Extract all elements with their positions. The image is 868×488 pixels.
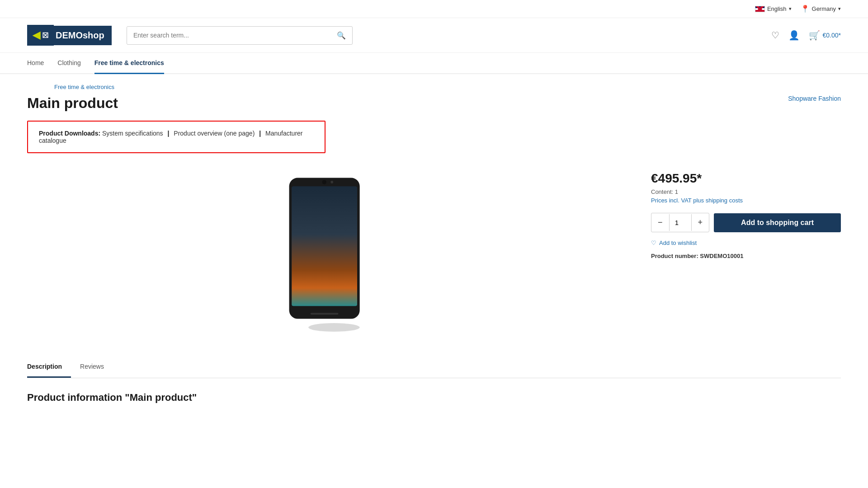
product-title: Main product [27, 95, 118, 112]
user-icon: 👤 [788, 30, 800, 41]
language-selector[interactable]: English ▾ [755, 5, 792, 12]
logo-text: DEMOshop [54, 26, 112, 45]
product-info-section: Product information "Main product" [27, 378, 841, 404]
downloads-box: Product Downloads: System specifications… [27, 121, 326, 153]
account-button[interactable]: 👤 [788, 30, 800, 41]
separator-1: | [168, 130, 170, 137]
tab-description[interactable]: Description [27, 357, 71, 378]
logo-icon: ◀ ☒ [27, 25, 54, 46]
cart-icon: 🛒 [809, 30, 820, 41]
add-to-wishlist-link[interactable]: ♡ Add to wishlist [651, 239, 841, 246]
tabs-section: Description Reviews [27, 357, 841, 378]
nav-item-clothing[interactable]: Clothing [57, 53, 80, 74]
heart-icon: ♡ [771, 30, 779, 41]
cart-total: €0.00* [823, 32, 841, 39]
breadcrumb: Free time & electronics [27, 74, 841, 95]
location-label: Germany [812, 5, 836, 12]
svg-rect-5 [311, 313, 338, 314]
quantity-control: − + [651, 213, 709, 232]
phone-svg [274, 174, 377, 332]
svg-rect-2 [292, 186, 357, 306]
qty-decrease-button[interactable]: − [651, 213, 669, 232]
language-chevron-icon: ▾ [789, 6, 792, 12]
product-price: €495.95* [651, 171, 841, 186]
nav-item-home[interactable]: Home [27, 53, 44, 74]
product-number: Product number: SWDEMO10001 [651, 253, 841, 259]
main-nav: Home Clothing Free time & electronics [0, 53, 868, 74]
search-input[interactable] [127, 27, 330, 43]
language-label: English [767, 5, 787, 12]
separator-2: | [259, 130, 261, 137]
cart-button[interactable]: 🛒 €0.00* [809, 30, 841, 41]
product-content: Content: 1 [651, 188, 841, 195]
tab-reviews[interactable]: Reviews [71, 357, 113, 378]
wishlist-button[interactable]: ♡ [771, 30, 779, 41]
product-number-label: Product number: [651, 253, 698, 259]
logo-arrow-icon: ◀ [33, 29, 40, 41]
search-button[interactable]: 🔍 [330, 27, 352, 44]
svg-point-6 [308, 323, 360, 332]
location-icon: 📍 [801, 5, 810, 13]
header-main: ◀ ☒ DEMOshop 🔍 ♡ 👤 🛒 €0.00* [0, 18, 868, 53]
svg-point-3 [322, 180, 326, 184]
header-top: English ▾ 📍 Germany ▾ [0, 0, 868, 18]
quantity-input[interactable] [669, 214, 692, 231]
qty-increase-button[interactable]: + [692, 213, 709, 232]
tabs-row: Description Reviews [27, 357, 841, 378]
product-main: €495.95* Content: 1 Prices incl. VAT plu… [27, 167, 841, 338]
flag-icon [755, 6, 765, 12]
vat-link[interactable]: Prices incl. VAT plus shipping costs [651, 197, 841, 204]
product-image [274, 174, 377, 332]
add-to-cart-button[interactable]: Add to shopping cart [714, 213, 841, 232]
download-product-overview[interactable]: Product overview (one page) [174, 130, 255, 137]
product-info: €495.95* Content: 1 Prices incl. VAT plu… [651, 167, 841, 259]
nav-item-free-time[interactable]: Free time & electronics [94, 53, 164, 74]
logo-square-icon: ☒ [42, 31, 48, 40]
product-page: Free time & electronics Main product Sho… [0, 74, 868, 422]
downloads-label: Product Downloads: [39, 130, 100, 137]
location-chevron-icon: ▾ [838, 6, 841, 12]
wishlist-label: Add to wishlist [659, 239, 697, 246]
svg-point-4 [330, 181, 333, 183]
search-bar: 🔍 [127, 26, 353, 45]
breadcrumb-link[interactable]: Free time & electronics [54, 84, 114, 90]
download-system-specs[interactable]: System specifications [102, 130, 163, 137]
product-header-row: Main product Shopware Fashion [27, 95, 841, 112]
product-info-title: Product information "Main product" [27, 392, 841, 404]
logo[interactable]: ◀ ☒ DEMOshop [27, 25, 118, 46]
heart-icon: ♡ [651, 239, 656, 246]
product-image-area [27, 167, 624, 338]
shopware-fashion-link[interactable]: Shopware Fashion [788, 95, 841, 102]
location-selector[interactable]: 📍 Germany ▾ [801, 5, 841, 13]
header-actions: ♡ 👤 🛒 €0.00* [771, 30, 841, 41]
product-number-value: SWDEMO10001 [700, 253, 743, 259]
qty-cart-row: − + Add to shopping cart [651, 213, 841, 232]
